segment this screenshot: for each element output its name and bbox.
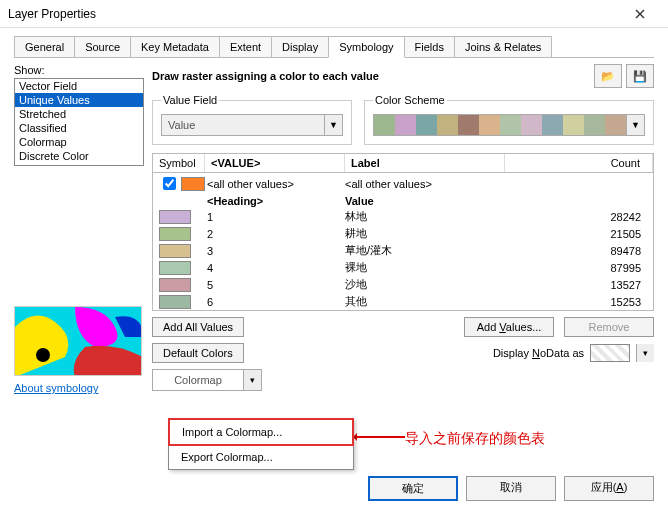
show-label: Show:	[14, 64, 144, 76]
table-row[interactable]: 2耕地21505	[153, 225, 653, 242]
table-row[interactable]: 1林地28242	[153, 208, 653, 225]
symbol-swatch[interactable]	[159, 295, 191, 309]
cell-label: 裸地	[345, 260, 505, 275]
show-item-classified[interactable]: Classified	[15, 121, 143, 135]
preview-thumbnail	[14, 306, 142, 376]
cell-count: 89478	[505, 245, 653, 257]
symbol-swatch[interactable]	[159, 244, 191, 258]
cell-label: 草地/灌木	[345, 243, 505, 258]
chevron-down-icon[interactable]: ▼	[626, 115, 644, 135]
symbol-swatch[interactable]	[159, 278, 191, 292]
apply-button[interactable]: 应用(A)	[564, 476, 654, 501]
cancel-button[interactable]: 取消	[466, 476, 556, 501]
cell-label: <all other values>	[345, 178, 505, 190]
cell-value: <all other values>	[205, 178, 345, 190]
show-item-vector-field[interactable]: Vector Field	[15, 79, 143, 93]
cell-count: 28242	[505, 211, 653, 223]
add-values-button[interactable]: Add Values...	[464, 317, 554, 337]
table-row[interactable]: 6其他15253	[153, 293, 653, 310]
value-field-group: Value Field Value ▼	[152, 94, 352, 145]
cell-label: 沙地	[345, 277, 505, 292]
value-field-value: Value	[162, 119, 324, 131]
window-title: Layer Properties	[8, 7, 620, 21]
colormap-dropdown[interactable]: Colormap ▾	[152, 369, 262, 391]
cell-value: 4	[205, 262, 345, 274]
tab-extent[interactable]: Extent	[219, 36, 272, 58]
default-colors-button[interactable]: Default Colors	[152, 343, 244, 363]
table-row-heading[interactable]: <Heading> Value	[153, 194, 653, 208]
tab-key-metadata[interactable]: Key Metadata	[130, 36, 220, 58]
table-row-all-other[interactable]: <all other values> <all other values>	[153, 173, 653, 194]
nodata-label: Display NoData as	[493, 347, 584, 359]
symbol-swatch[interactable]	[159, 227, 191, 241]
tab-joins-relates[interactable]: Joins & Relates	[454, 36, 552, 58]
cell-label: 其他	[345, 294, 505, 309]
ok-button[interactable]: 确定	[368, 476, 458, 501]
show-item-colormap[interactable]: Colormap	[15, 135, 143, 149]
color-scheme-select[interactable]: ▼	[373, 114, 645, 136]
cell-label: 耕地	[345, 226, 505, 241]
annotation-arrow	[355, 436, 405, 438]
cell-value: 6	[205, 296, 345, 308]
symbol-swatch[interactable]	[159, 261, 191, 275]
chevron-down-icon[interactable]: ▾	[243, 370, 261, 390]
add-all-values-button[interactable]: Add All Values	[152, 317, 244, 337]
save-button[interactable]: 💾	[626, 64, 654, 88]
cell-count: 15253	[505, 296, 653, 308]
col-value[interactable]: <VALUE>	[205, 154, 345, 172]
svg-point-1	[36, 348, 50, 362]
col-count[interactable]: Count	[505, 154, 653, 172]
cell-value: 1	[205, 211, 345, 223]
remove-button[interactable]: Remove	[564, 317, 654, 337]
panel-title: Draw raster assigning a color to each va…	[152, 70, 590, 82]
col-label[interactable]: Label	[345, 154, 505, 172]
close-button[interactable]	[620, 0, 660, 28]
show-list[interactable]: Vector Field Unique Values Stretched Cla…	[14, 78, 144, 166]
cell-count: 21505	[505, 228, 653, 240]
symbol-table: Symbol <VALUE> Label Count <all other va…	[152, 153, 654, 311]
nodata-color[interactable]	[590, 344, 630, 362]
save-icon: 💾	[633, 70, 647, 83]
show-item-discrete-color[interactable]: Discrete Color	[15, 149, 143, 163]
color-scheme-group: Color Scheme ▼	[364, 94, 654, 145]
all-other-checkbox[interactable]	[163, 177, 176, 190]
annotation-text: 导入之前保存的颜色表	[405, 430, 545, 448]
chevron-down-icon[interactable]: ▾	[636, 344, 654, 362]
tab-fields[interactable]: Fields	[404, 36, 455, 58]
tab-general[interactable]: General	[14, 36, 75, 58]
chevron-down-icon[interactable]: ▼	[324, 115, 342, 135]
value-field-legend: Value Field	[161, 94, 219, 106]
show-item-stretched[interactable]: Stretched	[15, 107, 143, 121]
cell-label: 林地	[345, 209, 505, 224]
about-symbology-link[interactable]: About symbology	[14, 382, 98, 394]
table-row[interactable]: 4裸地87995	[153, 259, 653, 276]
table-row[interactable]: 5沙地13527	[153, 276, 653, 293]
tab-symbology[interactable]: Symbology	[328, 36, 404, 58]
tabs: General Source Key Metadata Extent Displ…	[0, 28, 668, 58]
color-scheme-legend: Color Scheme	[373, 94, 447, 106]
show-item-unique-values[interactable]: Unique Values	[15, 93, 143, 107]
table-row[interactable]: 3草地/灌木89478	[153, 242, 653, 259]
cell-value: 5	[205, 279, 345, 291]
folder-open-icon: 📂	[601, 70, 615, 83]
cell-value: 3	[205, 245, 345, 257]
value-field-combo[interactable]: Value ▼	[161, 114, 343, 136]
symbol-swatch[interactable]	[181, 177, 205, 191]
symbol-swatch[interactable]	[159, 210, 191, 224]
tab-display[interactable]: Display	[271, 36, 329, 58]
col-symbol[interactable]: Symbol	[153, 154, 205, 172]
colormap-menu: Import a Colormap... Export Colormap...	[168, 418, 354, 470]
open-button[interactable]: 📂	[594, 64, 622, 88]
tab-source[interactable]: Source	[74, 36, 131, 58]
menu-export-colormap[interactable]: Export Colormap...	[169, 445, 353, 469]
menu-import-colormap[interactable]: Import a Colormap...	[168, 418, 354, 446]
cell-value: 2	[205, 228, 345, 240]
cell-count: 13527	[505, 279, 653, 291]
cell-count: 87995	[505, 262, 653, 274]
